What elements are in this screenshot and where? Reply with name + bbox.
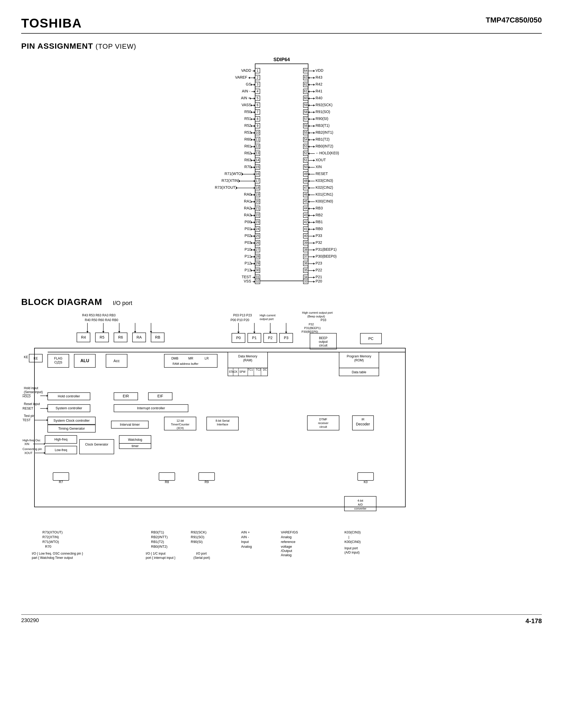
- svg-text:RA1: RA1: [244, 199, 251, 203]
- svg-marker-50: [251, 125, 252, 127]
- svg-text:output port: output port: [259, 317, 274, 321]
- svg-marker-372: [118, 331, 120, 333]
- svg-text:TEST: TEST: [241, 275, 251, 279]
- svg-marker-9: [248, 77, 250, 79]
- svg-text:R53: R53: [244, 130, 251, 134]
- svg-text:RESET: RESET: [316, 172, 328, 176]
- svg-marker-370: [102, 331, 104, 333]
- svg-text:K02(CIN2): K02(CIN2): [316, 185, 333, 190]
- svg-text:25: 25: [256, 234, 259, 238]
- svg-text:(Sense input): (Sense input): [24, 390, 43, 394]
- svg-text:P23: P23: [316, 261, 322, 265]
- block-diagram-svg: R43 R53 R63 RA3 RB3 R40 R50 R60 RA0 RB0 …: [21, 311, 538, 602]
- svg-marker-223: [314, 104, 315, 106]
- svg-text:6: 6: [256, 103, 258, 107]
- svg-text:9: 9: [256, 124, 258, 128]
- svg-text:(3CH): (3CH): [177, 427, 184, 430]
- svg-text:Interface: Interface: [217, 423, 228, 426]
- svg-text:I/O port: I/O port: [196, 552, 207, 555]
- svg-text:P3: P3: [284, 336, 288, 340]
- svg-marker-62: [251, 139, 252, 141]
- svg-text:P02: P02: [244, 233, 251, 238]
- svg-text:P30(BEEP0): P30(BEEP0): [316, 254, 337, 258]
- svg-marker-217: [314, 97, 315, 100]
- svg-text:Interrupt controller: Interrupt controller: [137, 406, 165, 410]
- svg-text:51: 51: [304, 158, 308, 162]
- svg-text:Analog: Analog: [281, 535, 292, 539]
- svg-text:XOUT: XOUT: [24, 451, 33, 455]
- svg-text:11: 11: [256, 138, 259, 141]
- svg-marker-193: [314, 70, 315, 72]
- svg-rect-522: [358, 473, 374, 480]
- svg-marker-56: [251, 132, 252, 134]
- svg-text:R70: R70: [244, 165, 251, 169]
- svg-text:37: 37: [304, 255, 308, 258]
- svg-text:R92(SCK): R92(SCK): [191, 530, 206, 534]
- svg-text:High-freq: High-freq: [54, 438, 67, 441]
- svg-text:RB: RB: [155, 335, 160, 339]
- svg-text:R73(XTOUT): R73(XTOUT): [42, 530, 62, 534]
- svg-text:timer: timer: [132, 444, 139, 448]
- svg-text:R4: R4: [81, 335, 86, 339]
- svg-text:Interval timer: Interval timer: [120, 423, 140, 426]
- svg-text:P1: P1: [252, 336, 256, 340]
- svg-text:P31(BEEP1): P31(BEEP1): [304, 326, 321, 330]
- svg-text:R63: R63: [244, 158, 251, 162]
- svg-text:P03 P13 P23: P03 P13 P23: [233, 313, 252, 317]
- svg-text:XIN: XIN: [24, 442, 29, 446]
- svg-text:part { Watchdog Timer output: part { Watchdog Timer output: [32, 556, 73, 560]
- svg-text:Clock Generator: Clock Generator: [85, 443, 108, 446]
- svg-text:AIN +: AIN +: [241, 530, 250, 534]
- svg-text:converter: converter: [354, 507, 367, 510]
- svg-text:R40: R40: [316, 96, 323, 100]
- page-footer: 230290 4-178: [21, 614, 542, 625]
- svg-text:54: 54: [304, 138, 308, 141]
- svg-text:K03(CIN3): K03(CIN3): [316, 178, 333, 183]
- svg-text:I/O { Low freq. OSC connecting: I/O { Low freq. OSC connecting pin }: [32, 552, 83, 555]
- svg-text:R9: R9: [204, 480, 209, 484]
- svg-text:VASS: VASS: [241, 103, 251, 107]
- svg-text:14: 14: [256, 158, 259, 162]
- svg-text:18: 18: [256, 186, 259, 190]
- page-number: 4-178: [526, 617, 542, 625]
- svg-marker-269: [314, 159, 315, 161]
- svg-text:System controller: System controller: [56, 406, 82, 410]
- svg-text:R92(SCK): R92(SCK): [316, 103, 333, 107]
- svg-marker-305: [314, 208, 315, 210]
- svg-text:RB0(INT2): RB0(INT2): [151, 545, 167, 549]
- svg-text:P00 P10 P20: P00 P10 P20: [230, 318, 249, 322]
- svg-text:AIN -: AIN -: [242, 89, 250, 93]
- svg-text:R71(WTO): R71(WTO): [224, 172, 242, 176]
- svg-text:3: 3: [256, 83, 258, 86]
- svg-text:R6: R6: [118, 335, 123, 339]
- svg-text:R43 R53 R63 RA3 RB3: R43 R53 R63 RA3 RB3: [82, 313, 115, 317]
- svg-marker-44: [251, 118, 252, 120]
- svg-marker-333: [314, 242, 315, 244]
- svg-marker-26: [250, 97, 251, 100]
- svg-marker-122: [251, 208, 252, 210]
- svg-text:R40 R50 R60 RA0 RB0: R40 R50 R60 RA0 RB0: [85, 318, 118, 322]
- svg-text:R7: R7: [59, 480, 63, 484]
- svg-text:P00: P00: [244, 220, 251, 224]
- svg-text:55: 55: [304, 131, 308, 134]
- svg-text:29: 29: [256, 262, 259, 265]
- svg-text:64: 64: [304, 69, 308, 73]
- svg-text:53: 53: [304, 145, 308, 148]
- svg-marker-170: [251, 263, 252, 265]
- svg-marker-92: [242, 173, 243, 175]
- svg-text:receiver: receiver: [318, 421, 328, 425]
- svg-text:A/D: A/D: [358, 503, 363, 506]
- svg-text:52: 52: [304, 151, 308, 155]
- svg-marker-164: [251, 256, 252, 258]
- svg-text:VDD: VDD: [316, 68, 324, 73]
- svg-marker-15: [251, 84, 252, 86]
- svg-text:K03(CIN3): K03(CIN3): [345, 530, 361, 534]
- svg-text:P2: P2: [268, 336, 272, 340]
- svg-text:P10: P10: [244, 247, 251, 251]
- svg-text:LR: LR: [204, 357, 209, 360]
- svg-text:43: 43: [304, 213, 308, 217]
- svg-text:BEEP: BEEP: [319, 336, 328, 340]
- svg-text:R71(WTO): R71(WTO): [42, 540, 59, 544]
- svg-marker-363: [314, 281, 315, 283]
- svg-marker-404: [285, 332, 287, 333]
